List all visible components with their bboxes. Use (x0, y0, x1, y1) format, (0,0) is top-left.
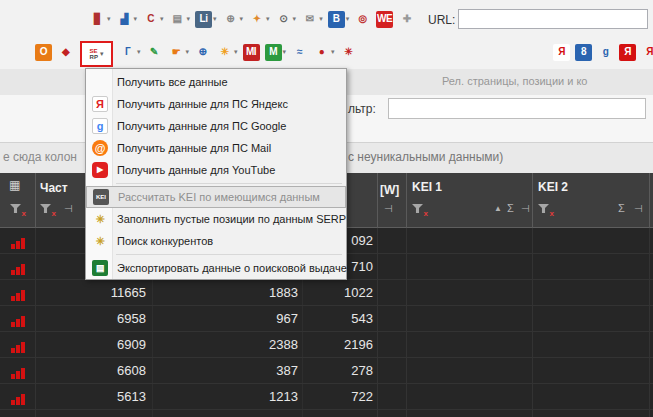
menu-item-label: Получить все данные (117, 76, 228, 88)
table-row[interactable]: 1166518831022 (0, 280, 653, 306)
serp-button[interactable]: SE RP ▾ (80, 41, 113, 67)
table-cell: 6909 (35, 332, 148, 358)
filter-tap-icon: ⊕ (194, 44, 211, 61)
bar-chart-icon[interactable]: ▟▾ (115, 8, 139, 30)
filter-funnel-icon[interactable]: x (40, 204, 54, 215)
menu-item-label: Рассчитать KEI по имеющимся данным (118, 191, 320, 203)
google-tools-icon[interactable]: Г▾ (118, 41, 142, 63)
ball-icon[interactable]: ●▾ (312, 41, 336, 63)
pin-icon[interactable]: ⊣ (634, 204, 643, 214)
filter-funnel-icon[interactable]: x (10, 204, 24, 215)
sum-icon[interactable]: Σ (618, 203, 625, 214)
serp-icon-bottom: RP (90, 54, 98, 60)
dropdown-arrow-icon: ▾ (100, 50, 104, 58)
column-header-w[interactable]: [W] (380, 183, 399, 197)
report-chart-icon: ▊ (89, 11, 106, 28)
menu-item[interactable]: gПолучить данные для ПС Google (86, 115, 346, 137)
tools-icon: ✚ (398, 11, 415, 28)
link-icon[interactable]: ⊕▾ (221, 8, 245, 30)
google-g-icon[interactable]: g (596, 41, 615, 63)
table-cell: 5613 (35, 384, 148, 410)
url-input[interactable] (458, 9, 648, 29)
sun-icon[interactable]: ✳▾ (215, 41, 239, 63)
star-icon[interactable]: ✦▾ (247, 8, 271, 30)
opera-icon[interactable]: O (34, 41, 53, 63)
sort-icon[interactable]: ▲ (494, 205, 502, 213)
report-chart-icon[interactable]: ▊▾ (88, 8, 112, 30)
edit-icon: ✎ (146, 44, 163, 61)
bing-icon[interactable]: B▾ (327, 8, 351, 30)
group-by-hint-left: е сюда колон (3, 150, 77, 164)
pin-icon[interactable]: ⊣ (384, 204, 393, 214)
yandex-direct-icon[interactable]: Я (618, 41, 637, 63)
frequency-bars-icon (10, 391, 26, 403)
menu-item[interactable]: ✳Поиск конкурентов (86, 230, 346, 252)
menu-item[interactable]: ▶Получить данные для YouTube (86, 159, 346, 181)
menu-item[interactable]: ✳Заполнить пустые позиции по данным SERP (86, 208, 346, 230)
copy-data-icon: C (142, 11, 159, 28)
filter-tap-icon[interactable]: ⊕ (193, 41, 212, 63)
asterisk-icon[interactable]: ✳ (339, 41, 358, 63)
pin-icon[interactable]: ⊣ (521, 204, 530, 214)
dropdown-arrow-icon: ▾ (160, 15, 164, 23)
sun-icon: ✳ (216, 44, 233, 61)
filter-funnel-icon[interactable]: x (538, 204, 552, 215)
mi-badge-icon: MI (243, 44, 260, 61)
column-header-frequency[interactable]: Част (40, 181, 68, 195)
table-row[interactable]: 6958967543 (0, 306, 653, 332)
hand-icon[interactable]: ☛▾ (167, 41, 191, 63)
dropdown-arrow-icon: ▾ (187, 15, 191, 23)
search-icon: ⊙ (275, 11, 292, 28)
menu-item[interactable]: Получить все данные (86, 71, 346, 93)
menu-item-label: Получить данные для YouTube (117, 164, 275, 176)
layers-icon: ▤ (169, 11, 186, 28)
frequency-bars-icon (10, 261, 26, 273)
m-badge-icon: M (265, 44, 282, 61)
we-badge-icon: WE (376, 11, 393, 28)
toolbar-icons-group-2: O◆ (34, 41, 75, 63)
menu-item[interactable]: KEIРассчитать KEI по имеющимся данным (86, 186, 346, 208)
yandex-icon[interactable]: Я (552, 41, 571, 63)
layers-icon[interactable]: ▤▾ (168, 8, 192, 30)
column-header-kei1[interactable]: KEI 1 (412, 180, 442, 194)
alert-icon[interactable]: ◆ (56, 41, 75, 63)
menu-item[interactable]: @Получить данные для ПС Mail (86, 137, 346, 159)
mail-icon[interactable]: ✉▾ (300, 8, 324, 30)
header-grid-line (649, 173, 650, 228)
table-row[interactable]: 745418 (0, 410, 653, 417)
wave-icon[interactable]: ≈ (290, 41, 309, 63)
mi-badge-icon[interactable]: MI (242, 41, 261, 63)
menu-item-label: Заполнить пустые позиции по данным SERP (117, 213, 346, 225)
funnel-shape (538, 204, 549, 213)
menu-item[interactable]: ▤Экспортировать данные о поисковой выдач… (86, 257, 346, 279)
column-header-kei2[interactable]: KEI 2 (538, 180, 568, 194)
we-badge-icon[interactable]: WE (375, 8, 394, 30)
sum-icon[interactable]: Σ (507, 203, 514, 214)
table-row[interactable]: 56131213722 (0, 384, 653, 410)
tools-icon[interactable]: ✚ (397, 8, 416, 30)
yandex-icon: Я (92, 96, 108, 112)
edit-icon[interactable]: ✎ (145, 41, 164, 63)
table-row[interactable]: 6608387278 (0, 358, 653, 384)
menu-item[interactable]: ЯПолучить данные для ПС Яндекс (86, 93, 346, 115)
target-icon[interactable]: ◎ (353, 8, 372, 30)
m-badge-icon[interactable]: M▾ (264, 41, 288, 63)
metrika-icon[interactable]: Я (640, 41, 653, 63)
google-icon: g (92, 118, 108, 134)
table-cell: 543 (305, 306, 375, 332)
copy-data-icon[interactable]: C▾ (141, 8, 165, 30)
funnel-shape (412, 204, 423, 213)
filter-input[interactable] (388, 98, 646, 119)
menu-item-spacer (92, 74, 108, 90)
table-cell: 6608 (35, 358, 148, 384)
search-icon[interactable]: ⊙▾ (274, 8, 298, 30)
table-row[interactable]: 690923882196 (0, 332, 653, 358)
menu-item-label: Получить данные для ПС Яндекс (117, 98, 288, 110)
li-badge-icon[interactable]: Li▾ (194, 8, 218, 30)
table-cell: 278 (305, 358, 375, 384)
filter-funnel-icon[interactable]: x (412, 204, 426, 215)
table-cell: 1022 (305, 280, 375, 306)
toolbar-icons-group-4: Я8gЯЯ (552, 41, 653, 63)
google-plus-icon[interactable]: 8 (574, 41, 593, 63)
pin-icon[interactable]: ⊣ (64, 204, 73, 214)
